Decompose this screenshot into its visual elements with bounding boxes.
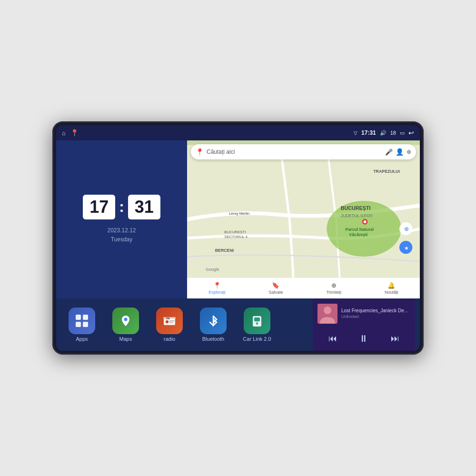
- svg-text:⊕: ⊕: [404, 226, 409, 232]
- send-icon: ⊕: [331, 282, 337, 289]
- carlink-label: Car Link 2.0: [243, 336, 271, 342]
- news-label: Noutăți: [385, 290, 398, 295]
- back-icon[interactable]: ↩: [408, 129, 414, 137]
- radio-icon: FM: [156, 307, 183, 334]
- saved-icon: 🔖: [272, 282, 279, 289]
- svg-text:BERCENI: BERCENI: [215, 248, 234, 253]
- carlink-icon: [244, 307, 270, 334]
- clock-minutes: 31: [128, 195, 160, 219]
- bluetooth-label: Bluetooth: [202, 336, 224, 342]
- map-widget[interactable]: Parcul Natural Văcărești BUCUREȘTI JUDEȚ…: [187, 140, 420, 298]
- map-search-input[interactable]: Căutați aici: [207, 149, 382, 155]
- status-left-icons: ⌂ 📍: [62, 129, 79, 137]
- explore-label: Explorați: [208, 290, 225, 295]
- status-right-area: ▽ 17:31 🔊 18 ▭ ↩: [354, 129, 414, 137]
- status-bar: ⌂ 📍 ▽ 17:31 🔊 18 ▭ ↩: [56, 125, 420, 140]
- svg-text:Leroy Merlin: Leroy Merlin: [229, 211, 249, 216]
- mic-icon[interactable]: 🎤: [385, 149, 393, 156]
- battery-icon: ▭: [400, 130, 405, 136]
- apps-section: Apps Maps: [61, 307, 313, 342]
- svg-point-34: [324, 307, 331, 314]
- svg-text:BUCUREȘTI: BUCUREȘTI: [341, 205, 371, 211]
- svg-rect-32: [256, 322, 258, 323]
- maps-label: Maps: [119, 336, 132, 342]
- map-nav-explore[interactable]: 📍 Explorați: [208, 282, 225, 295]
- clock-display: 17 : 31: [83, 195, 160, 219]
- svg-text:Văcărești: Văcărești: [349, 232, 367, 237]
- apps-bar: Apps Maps: [56, 298, 420, 351]
- music-player: Lost Frequencies_Janieck Devy-... Unknow…: [313, 299, 415, 351]
- clock-widget: 17 : 31 2023.12.12 Tuesday: [56, 140, 187, 298]
- status-time: 17:31: [361, 129, 376, 136]
- app-item-radio[interactable]: FM radio: [149, 307, 190, 342]
- signal-icon: ▽: [354, 130, 357, 136]
- svg-text:TRAPEZULUI: TRAPEZULUI: [373, 169, 400, 174]
- svg-text:Parcul Natural: Parcul Natural: [346, 227, 374, 232]
- svg-point-12: [364, 220, 367, 223]
- explore-icon: 📍: [213, 282, 221, 289]
- saved-label: Salvate: [268, 290, 283, 295]
- svg-text:Google: Google: [206, 267, 219, 272]
- svg-point-31: [256, 323, 258, 325]
- home-icon[interactable]: ⌂: [62, 129, 66, 137]
- apps-label: Apps: [76, 336, 88, 342]
- svg-point-25: [166, 320, 169, 323]
- music-thumbnail: [317, 304, 337, 324]
- bluetooth-icon: [200, 307, 227, 334]
- svg-point-22: [124, 318, 128, 321]
- battery-level: 18: [390, 130, 396, 136]
- volume-icon: 🔊: [380, 130, 387, 136]
- maps-pin-icon[interactable]: 📍: [70, 129, 79, 137]
- map-nav-send[interactable]: ⊕ Trimiteți: [326, 282, 341, 295]
- account-icon[interactable]: 👤: [396, 148, 404, 156]
- svg-text:★: ★: [404, 245, 409, 251]
- clock-hours: 17: [83, 195, 115, 219]
- map-pin-icon: 📍: [196, 148, 204, 156]
- map-nav-news[interactable]: 🔔 Noutăți: [385, 282, 398, 295]
- music-details: Lost Frequencies_Janieck Devy-... Unknow…: [341, 308, 410, 319]
- play-pause-button[interactable]: ⏸: [355, 331, 372, 346]
- svg-rect-30: [254, 317, 260, 321]
- svg-rect-20: [76, 322, 81, 327]
- svg-rect-19: [83, 315, 88, 320]
- app-item-maps[interactable]: Maps: [105, 307, 147, 342]
- apps-icon: [69, 307, 95, 334]
- clock-date: 2023.12.12 Tuesday: [107, 226, 136, 244]
- radio-label: radio: [164, 336, 175, 342]
- music-title: Lost Frequencies_Janieck Devy-...: [341, 308, 410, 313]
- map-bottom-bar: 📍 Explorați 🔖 Salvate ⊕ Trimiteți 🔔: [187, 278, 420, 298]
- svg-text:JUDEȚUL ILFOV: JUDEȚUL ILFOV: [341, 213, 373, 218]
- music-artist: Unknown: [341, 314, 410, 319]
- send-label: Trimiteți: [326, 290, 341, 295]
- prev-button[interactable]: ⏮: [325, 332, 341, 346]
- top-section: 17 : 31 2023.12.12 Tuesday: [56, 140, 420, 298]
- clock-colon: :: [119, 199, 124, 214]
- music-controls: ⏮ ⏸ ⏭: [317, 331, 410, 346]
- svg-text:SECTORUL 4: SECTORUL 4: [224, 235, 248, 239]
- app-item-bluetooth[interactable]: Bluetooth: [192, 307, 234, 342]
- svg-text:BUCUREȘTI: BUCUREȘTI: [224, 230, 246, 234]
- maps-icon: [112, 307, 139, 334]
- svg-rect-18: [76, 315, 81, 320]
- next-button[interactable]: ⏭: [387, 332, 403, 346]
- app-item-carlink[interactable]: Car Link 2.0: [236, 307, 278, 342]
- news-icon: 🔔: [387, 282, 395, 289]
- car-display-device: ⌂ 📍 ▽ 17:31 🔊 18 ▭ ↩ 17 : 31: [52, 121, 424, 355]
- main-content: 17 : 31 2023.12.12 Tuesday: [56, 140, 420, 351]
- map-search-bar[interactable]: 📍 Căutați aici 🎤 👤 ⊕: [191, 144, 416, 159]
- svg-text:FM: FM: [166, 317, 169, 320]
- map-search-actions: 🎤 👤 ⊕: [385, 148, 411, 156]
- map-nav-saved[interactable]: 🔖 Salvate: [268, 282, 283, 295]
- layers-icon[interactable]: ⊕: [407, 149, 411, 155]
- music-info: Lost Frequencies_Janieck Devy-... Unknow…: [317, 304, 410, 324]
- app-item-apps[interactable]: Apps: [61, 307, 103, 342]
- svg-rect-21: [83, 322, 88, 327]
- screen: ⌂ 📍 ▽ 17:31 🔊 18 ▭ ↩ 17 : 31: [56, 125, 420, 351]
